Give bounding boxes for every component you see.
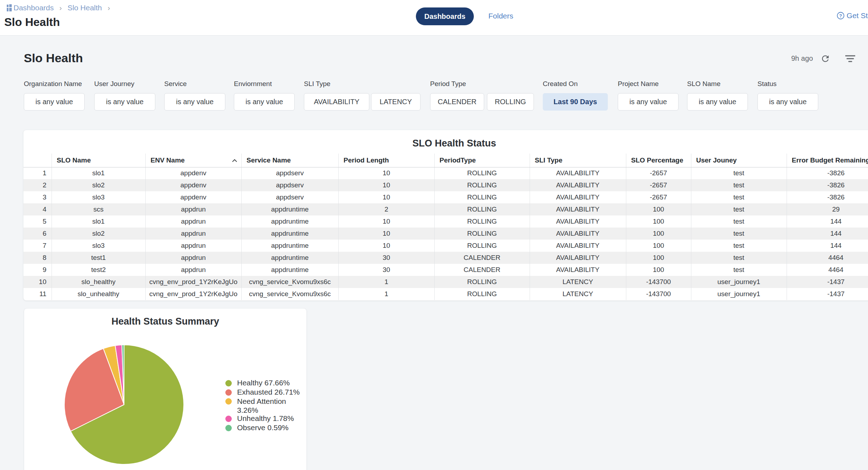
svg-text:?: ? [839, 13, 842, 18]
